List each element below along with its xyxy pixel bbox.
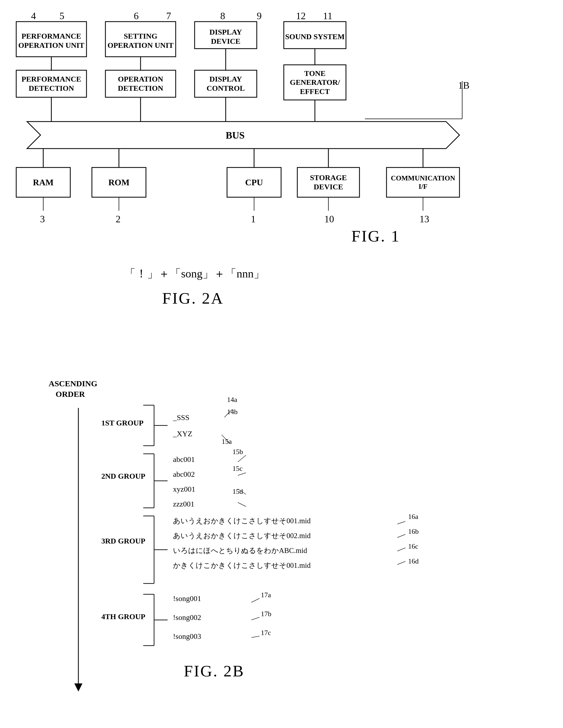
svg-line-64 <box>251 617 259 620</box>
item-song003: !song003 <box>173 632 201 641</box>
rom-label: ROM <box>92 168 145 197</box>
item-16d-ref: 16d <box>408 557 419 565</box>
svg-marker-16 <box>27 122 460 149</box>
ref-2: 2 <box>116 213 120 225</box>
ref-6: 6 <box>134 10 139 22</box>
fig2a-expression: 「！」＋「song」＋「nnn」 <box>124 266 265 281</box>
item-14a-ref: 14a <box>227 396 237 404</box>
2nd-group-label: 2ND GROUP <box>101 471 145 481</box>
ref-8: 8 <box>220 10 225 22</box>
svg-line-56 <box>238 473 246 475</box>
svg-line-55 <box>238 455 246 462</box>
ascending-order-label: ASCENDING ORDER <box>49 378 92 399</box>
performance-detection-label: PERFORMANCE DETECTION <box>17 71 86 97</box>
item-jp004: かきくけこかきくけこさしすせそ001.mid <box>173 561 311 570</box>
sound-system-label: SOUND SYSTEM <box>285 24 346 50</box>
item-sss: _SSS <box>173 413 189 422</box>
item-16a-ref: 16a <box>408 513 418 521</box>
item-jp002: あいうえおかきくけこさしすせそ002.mid <box>173 531 311 541</box>
fig1-label: FIG. 1 <box>351 227 400 246</box>
item-17a-ref: 17a <box>261 591 271 599</box>
ref-1B: 1B <box>458 80 470 91</box>
item-17b-ref: 17b <box>261 610 271 618</box>
item-abc001: abc001 <box>173 455 195 464</box>
4th-group-label: 4TH GROUP <box>101 612 145 622</box>
ref-13: 13 <box>420 213 429 225</box>
item-song001: !song001 <box>173 594 201 603</box>
svg-marker-36 <box>74 683 82 692</box>
svg-line-59 <box>397 521 406 524</box>
ref-3: 3 <box>40 213 45 225</box>
ref-1: 1 <box>251 213 256 225</box>
ref-12: 12 <box>296 10 306 22</box>
storage-device-label: STORAGE DEVICE <box>298 168 359 197</box>
1st-group-label: 1ST GROUP <box>101 418 143 428</box>
performance-operation-unit-label: PERFORMANCE OPERATION UNIT <box>17 24 86 58</box>
item-14b-ref: 14b <box>227 408 237 416</box>
item-16c-ref: 16c <box>408 542 418 551</box>
item-jp001: あいうえおかきくけこさしすせそ001.mid <box>173 516 311 526</box>
3rd-group-label: 3RD GROUP <box>101 536 145 546</box>
item-xyz001: xyz001 <box>173 485 195 494</box>
display-control-label: DISPLAY CONTROL <box>195 71 256 97</box>
item-15a-ref: 15a <box>222 438 232 446</box>
ref-7: 7 <box>166 10 171 22</box>
svg-line-61 <box>397 548 406 551</box>
item-16b-ref: 16b <box>408 528 419 536</box>
ref-4: 4 <box>31 10 36 22</box>
item-song002: !song002 <box>173 613 201 622</box>
item-zzz001: zzz001 <box>173 500 194 508</box>
item-17c-ref: 17c <box>261 629 271 637</box>
ref-5: 5 <box>59 10 64 22</box>
svg-line-58 <box>238 502 246 506</box>
item-jp003: いろはにほへとちりぬるをわかABC.mid <box>173 546 307 555</box>
item-abc002: abc002 <box>173 470 195 479</box>
fig2b-label: FIG. 2B <box>184 662 244 680</box>
fig2a-label: FIG. 2A <box>162 289 224 308</box>
svg-line-63 <box>251 598 259 602</box>
ref-10: 10 <box>324 213 334 225</box>
item-15c-ref: 15c <box>232 465 243 473</box>
item-15d-ref: 15d <box>232 488 243 496</box>
operation-detection-label: OPERATION DETECTION <box>106 71 175 97</box>
svg-line-62 <box>397 561 406 565</box>
ram-label: RAM <box>17 168 70 197</box>
svg-line-65 <box>251 636 259 638</box>
svg-text:BUS: BUS <box>226 130 244 141</box>
communication-if-label: COMMUNICATION I/F <box>387 168 459 197</box>
cpu-label: CPU <box>227 168 280 197</box>
ref-11: 11 <box>323 10 333 22</box>
item-xyz: _XYZ <box>173 430 192 438</box>
setting-operation-unit-label: SETTING OPERATION UNIT <box>106 24 175 58</box>
item-15b-ref: 15b <box>232 448 243 456</box>
tone-generator-label: TONE GENERATOR/ EFFECT <box>285 65 346 99</box>
svg-line-60 <box>397 534 406 538</box>
ref-9: 9 <box>257 10 261 22</box>
display-device-label: DISPLAY DEVICE <box>195 24 256 50</box>
